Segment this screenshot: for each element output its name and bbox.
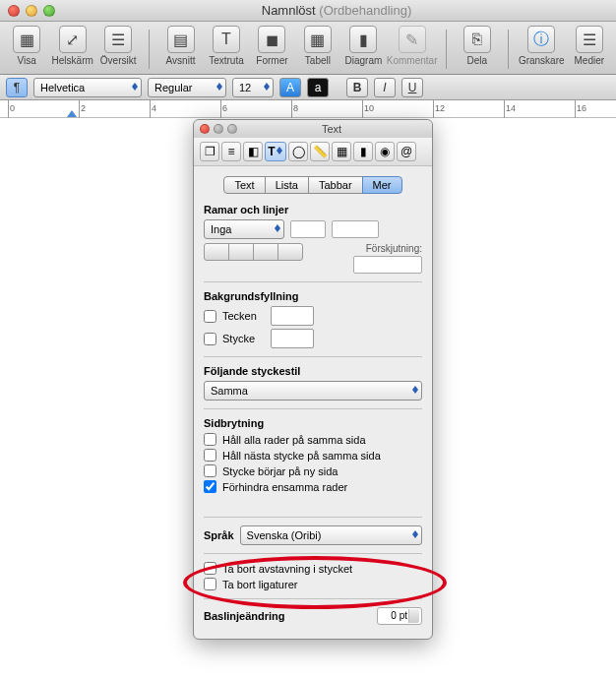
remove-lig-checkbox[interactable]: [204, 578, 216, 590]
divider: [204, 517, 422, 518]
wrap-tab-icon[interactable]: ◧: [243, 142, 263, 161]
inspector-titlebar[interactable]: Text: [194, 120, 432, 138]
divider: [204, 281, 422, 282]
graphic-tab-icon[interactable]: ◯: [288, 142, 308, 161]
text-inspector: Text ❐ ≡ ◧ T ◯ 📏 ▦ ▮ ◉ @ Text Lista Tabb…: [193, 119, 433, 640]
font-size-select[interactable]: 12: [232, 78, 274, 97]
frame-pos-2[interactable]: [228, 243, 254, 261]
bg-char-checkbox[interactable]: [204, 310, 216, 323]
window-title: Namnlöst (Ordbehandling): [65, 3, 608, 18]
toolbar-separator: [446, 30, 447, 69]
following-style-select[interactable]: Samma: [204, 381, 422, 401]
toolbar-textbox[interactable]: TTextruta: [206, 26, 247, 66]
divider: [204, 408, 422, 409]
bold-button[interactable]: B: [346, 78, 368, 97]
chart-tab-icon[interactable]: ▮: [353, 142, 373, 161]
inspector-min-button[interactable]: [214, 124, 223, 134]
zoom-window-button[interactable]: [43, 5, 55, 17]
subtab-more[interactable]: Mer: [362, 176, 402, 194]
toolbar-separator: [149, 30, 150, 69]
layout-tab-icon[interactable]: ≡: [221, 142, 241, 161]
toolbar-fullscreen[interactable]: ⤢Helskärm: [51, 26, 92, 66]
language-row: Språk Svenska (Oribi): [204, 525, 422, 545]
minimize-window-button[interactable]: [26, 5, 37, 17]
font-family-select[interactable]: Helvetica: [33, 78, 142, 97]
frame-field-2[interactable]: [332, 220, 379, 238]
widow-label: Förhindra ensamma rader: [222, 481, 347, 493]
underline-button[interactable]: U: [401, 78, 423, 97]
remove-lig-label: Ta bort ligaturer: [222, 579, 297, 590]
link-tab-icon[interactable]: ◉: [375, 142, 395, 161]
quicktime-tab-icon[interactable]: @: [397, 142, 416, 161]
toolbar-comment[interactable]: ✎Kommentar: [389, 26, 436, 66]
font-weight-select[interactable]: Regular: [148, 78, 226, 97]
doc-subtitle: (Ordbehandling): [319, 3, 411, 18]
subtab-list[interactable]: Lista: [265, 176, 309, 194]
frame-pos-3[interactable]: [253, 243, 278, 261]
bg-para-color[interactable]: [271, 329, 314, 348]
inspector-zoom-button[interactable]: [227, 124, 237, 134]
offset-field[interactable]: [353, 256, 422, 274]
table-icon: ▦: [304, 26, 332, 53]
bg-para-checkbox[interactable]: [204, 333, 216, 345]
paragraph-style-button[interactable]: ¶: [6, 78, 28, 97]
toolbar-inspector[interactable]: ⓘGranskare: [519, 26, 565, 66]
toolbar-share[interactable]: ⎘Dela: [457, 26, 498, 66]
doc-name: Namnlöst: [262, 3, 316, 18]
chart-icon: ▮: [349, 26, 377, 53]
frame-style-select[interactable]: Inga: [204, 219, 284, 239]
widow-checkbox[interactable]: [204, 480, 216, 493]
bg-char-label: Tecken: [222, 310, 257, 322]
inspector-body: Text Lista Tabbar Mer Ramar och linjer I…: [194, 166, 432, 639]
divider: [204, 598, 422, 599]
keep-lines-checkbox[interactable]: [204, 433, 216, 446]
bg-color-button[interactable]: a: [307, 78, 329, 97]
ruler-tick-label: 16: [577, 103, 586, 113]
divider: [204, 553, 422, 554]
ruler-tick-label: 0: [10, 103, 15, 113]
ruler[interactable]: 0246810121416: [0, 100, 616, 118]
ruler-tick-label: 4: [152, 103, 156, 113]
left-margin-marker[interactable]: [67, 110, 77, 117]
subtab-text[interactable]: Text: [223, 176, 265, 194]
outline-icon: ☰: [104, 26, 132, 53]
toolbar-table[interactable]: ▦Tabell: [297, 26, 339, 66]
inspector-subtabs: Text Lista Tabbar Mer: [204, 176, 422, 194]
document-tab-icon[interactable]: ❐: [200, 142, 219, 161]
keep-next-checkbox[interactable]: [204, 449, 216, 462]
language-select[interactable]: Svenska (Oribi): [240, 525, 422, 545]
remove-hyph-label: Ta bort avstavning i stycket: [222, 563, 352, 575]
frame-pos-4[interactable]: [277, 243, 303, 261]
bg-char-color[interactable]: [271, 306, 314, 326]
divider: [204, 356, 422, 357]
text-tab-icon[interactable]: T: [265, 142, 286, 161]
italic-button[interactable]: I: [374, 78, 396, 97]
inspector-icon: ⓘ: [527, 26, 555, 53]
toolbar-shapes[interactable]: ◼Former: [251, 26, 292, 66]
toolbar-chart[interactable]: ▮Diagram: [342, 26, 384, 66]
subtab-tabs[interactable]: Tabbar: [308, 176, 363, 194]
main-titlebar: Namnlöst (Ordbehandling): [0, 0, 616, 22]
frame-field-1[interactable]: [290, 220, 326, 238]
table-tab-icon[interactable]: ▦: [332, 142, 351, 161]
metrics-tab-icon[interactable]: 📏: [310, 142, 330, 161]
toolbar-media[interactable]: ☰Medier: [569, 26, 610, 66]
offset-label: Förskjutning:: [353, 243, 422, 254]
comment-icon: ✎: [399, 26, 426, 53]
keep-lines-label: Håll alla rader på samma sida: [222, 434, 366, 446]
text-color-button[interactable]: A: [279, 78, 301, 97]
toolbar-outline[interactable]: ☰Översikt: [97, 26, 139, 66]
inspector-close-button[interactable]: [200, 124, 210, 134]
remove-hyph-checkbox[interactable]: [204, 562, 216, 575]
close-window-button[interactable]: [8, 5, 20, 17]
bg-para-label: Stycke: [222, 333, 255, 344]
frame-pos-1[interactable]: [204, 243, 229, 261]
frames-section-title: Ramar och linjer: [204, 204, 422, 216]
following-section-title: Följande styckestil: [204, 365, 422, 377]
baseline-stepper[interactable]: 0 pt: [377, 607, 422, 625]
shapes-icon: ◼: [258, 26, 285, 53]
start-new-checkbox[interactable]: [204, 464, 216, 477]
baseline-label: Baslinjeändring: [204, 610, 285, 622]
toolbar-section[interactable]: ▤Avsnitt: [159, 26, 201, 66]
toolbar-view[interactable]: ▦Visa: [6, 26, 47, 66]
